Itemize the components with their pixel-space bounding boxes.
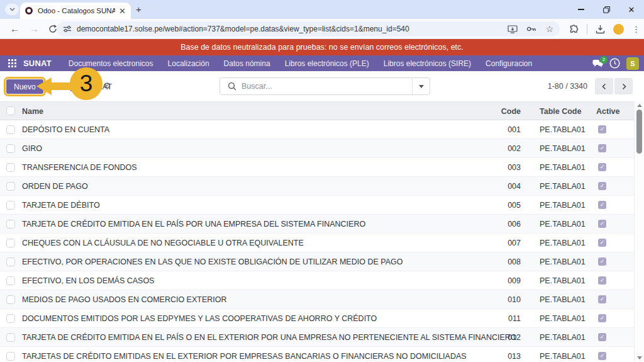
cell-name: EFECTIVO, POR OPERACIONES EN LAS QUE NO … <box>22 252 402 271</box>
row-checkbox[interactable] <box>6 163 15 172</box>
cell-code: 013 <box>478 347 521 362</box>
checkmark-icon: ✓ <box>600 259 605 264</box>
row-checkbox[interactable] <box>6 125 15 134</box>
toolbar-separator <box>587 24 587 34</box>
table-row[interactable]: EFECTIVO, EN LOS DEMÁS CASOS009PE.TABLA0… <box>0 271 634 290</box>
browser-profile-avatar[interactable] <box>613 24 624 35</box>
app-brand[interactable]: SUNAT <box>23 59 52 68</box>
table-row[interactable]: TARJETA DE CRÉDITO EMITIDA EN EL PAÍS PO… <box>0 215 634 234</box>
active-checkbox[interactable]: ✓ <box>598 220 606 228</box>
search-dropdown-toggle[interactable] <box>412 78 430 94</box>
table-row[interactable]: TARJETAS DE CRÉDITO EMITIDAS EN EL EXTER… <box>0 347 634 362</box>
table-row[interactable]: GIRO002PE.TABLA01✓ <box>0 139 634 158</box>
active-checkbox[interactable]: ✓ <box>598 257 606 266</box>
bookmark-star-icon[interactable]: ☆ <box>545 25 553 33</box>
url-text[interactable]: democontable17.solse.pe/web#action=737&m… <box>77 25 502 33</box>
messages-button[interactable]: 2 <box>592 59 603 68</box>
column-header-active[interactable]: Active <box>596 102 620 120</box>
active-checkbox[interactable]: ✓ <box>598 276 606 285</box>
nav-item-configuracion[interactable]: Configuracion <box>486 59 532 68</box>
active-checkbox[interactable]: ✓ <box>598 163 606 171</box>
apps-grid-icon[interactable] <box>8 59 16 67</box>
table-row[interactable]: CHEQUES CON LA CLÁUSULA DE NO NEGOCIABLE… <box>0 234 634 252</box>
cell-code: 011 <box>478 309 521 328</box>
new-tab-button[interactable]: + <box>136 4 142 14</box>
nav-item-datos-n-mina[interactable]: Datos nómina <box>224 59 270 68</box>
row-checkbox[interactable] <box>6 201 15 210</box>
table-row[interactable]: ORDEN DE PAGO004PE.TABLA01✓ <box>0 177 634 196</box>
active-checkbox[interactable]: ✓ <box>598 352 606 360</box>
row-checkbox[interactable] <box>6 257 15 266</box>
row-checkbox[interactable] <box>6 333 15 342</box>
search-icon <box>228 82 236 91</box>
row-checkbox[interactable] <box>6 220 15 229</box>
cell-table-code: PE.TABLA01 <box>540 290 586 309</box>
minimize-button[interactable] <box>569 0 594 19</box>
browser-tab[interactable]: Odoo - Catalogos SUNAT ✕ <box>20 3 131 19</box>
restore-button[interactable] <box>594 0 619 19</box>
table-row[interactable]: TARJETA DE CRÉDITO EMITIDA EN EL PAÍS O … <box>0 328 634 347</box>
site-settings-icon[interactable] <box>63 25 72 33</box>
tab-close-icon[interactable]: ✕ <box>119 7 126 15</box>
select-all-checkbox[interactable] <box>6 106 15 115</box>
search-input[interactable] <box>242 82 412 91</box>
forward-icon[interactable]: → <box>30 23 39 34</box>
downloads-icon[interactable] <box>596 25 605 34</box>
row-checkbox[interactable] <box>6 182 15 191</box>
send-to-device-icon[interactable] <box>508 25 518 33</box>
checkmark-icon: ✓ <box>600 297 605 302</box>
row-checkbox[interactable] <box>6 276 15 285</box>
active-checkbox[interactable]: ✓ <box>598 333 606 341</box>
activities-clock-icon[interactable] <box>609 58 620 69</box>
active-checkbox[interactable]: ✓ <box>598 144 606 152</box>
scrollbar-thumb[interactable] <box>636 110 642 154</box>
nav-item-libros-electr-nicos-ple[interactable]: Libros electrónicos (PLE) <box>285 59 369 68</box>
cell-name: EFECTIVO, EN LOS DEMÁS CASOS <box>22 271 154 290</box>
table-row[interactable]: EFECTIVO, POR OPERACIONES EN LAS QUE NO … <box>0 252 634 271</box>
cell-name: MEDIOS DE PAGO USADOS EN COMERCIO EXTERI… <box>22 290 227 309</box>
active-checkbox[interactable]: ✓ <box>598 125 606 133</box>
checkmark-icon: ✓ <box>600 202 605 208</box>
scroll-up-icon[interactable] <box>637 104 642 107</box>
row-checkbox[interactable] <box>6 314 15 323</box>
password-key-icon[interactable] <box>526 26 536 32</box>
row-checkbox[interactable] <box>6 239 15 247</box>
active-checkbox[interactable]: ✓ <box>598 295 606 303</box>
nav-item-documentos-electronicos[interactable]: Documentos electronicos <box>69 59 153 68</box>
user-avatar[interactable]: S <box>626 57 639 70</box>
active-checkbox[interactable]: ✓ <box>598 239 606 247</box>
row-checkbox[interactable] <box>6 352 15 361</box>
table-row[interactable]: TARJETA DE DÉBITO005PE.TABLA01✓ <box>0 196 634 215</box>
close-button[interactable]: ✕ <box>619 0 644 19</box>
active-checkbox[interactable]: ✓ <box>598 201 606 209</box>
nav-item-localizaci-n[interactable]: Localización <box>168 59 209 68</box>
back-icon[interactable]: ← <box>10 23 19 34</box>
pager-next-button[interactable] <box>614 78 633 94</box>
active-checkbox[interactable]: ✓ <box>598 314 606 322</box>
extensions-icon[interactable] <box>569 25 579 34</box>
cell-table-code: PE.TABLA01 <box>540 347 586 362</box>
table-row[interactable]: DEPÓSITO EN CUENTA001PE.TABLA01✓ <box>0 120 634 139</box>
table-row[interactable]: DOCUMENTOS EMITIDOS POR LAS EDPYMES Y LA… <box>0 309 634 328</box>
gear-icon[interactable]: ⚙ <box>103 81 111 91</box>
table-row[interactable]: TRANSFERENCIA DE FONDOS003PE.TABLA01✓ <box>0 158 634 177</box>
browser-menu-icon[interactable]: ⋮ <box>632 25 640 34</box>
column-header-name[interactable]: Name <box>22 102 43 120</box>
column-header-code[interactable]: Code <box>478 102 521 120</box>
column-header-table-code[interactable]: Table Code <box>540 102 581 120</box>
row-checkbox[interactable] <box>6 144 15 153</box>
scroll-down-icon[interactable] <box>637 356 642 359</box>
cell-code: 005 <box>478 196 521 215</box>
tab-search-button[interactable] <box>5 4 19 15</box>
browser-tabstrip: Odoo - Catalogos SUNAT ✕ + ✕ <box>0 0 644 19</box>
cell-code: 002 <box>478 139 521 158</box>
pager-previous-button[interactable] <box>595 78 613 94</box>
cell-name: DEPÓSITO EN CUENTA <box>22 120 109 139</box>
cell-name: TARJETA DE CRÉDITO EMITIDA EN EL PAÍS O … <box>22 328 517 347</box>
row-checkbox[interactable] <box>6 295 15 304</box>
table-row[interactable]: MEDIOS DE PAGO USADOS EN COMERCIO EXTERI… <box>0 290 634 309</box>
nav-item-libros-electr-nicos-sire[interactable]: Libros electrónicos (SIRE) <box>384 59 471 68</box>
url-bar[interactable]: democontable17.solse.pe/web#action=737&m… <box>57 21 560 37</box>
reload-icon[interactable] <box>48 25 57 33</box>
active-checkbox[interactable]: ✓ <box>598 182 606 190</box>
